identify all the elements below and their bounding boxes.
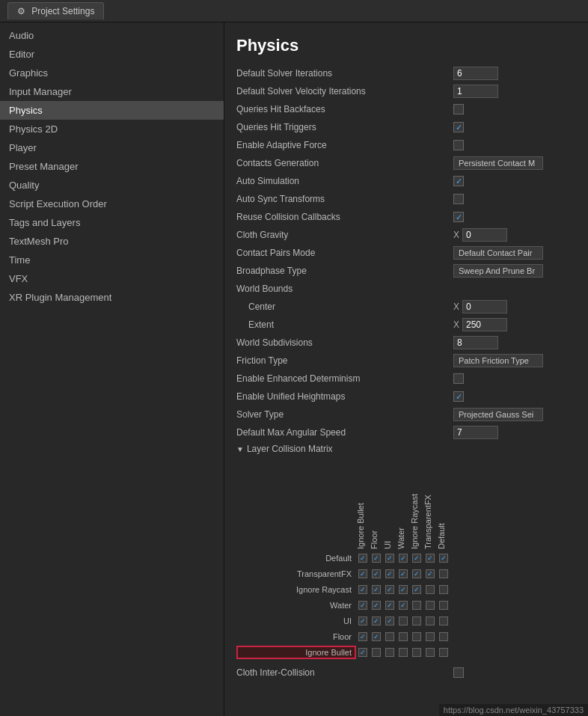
matrix-cell-6-6[interactable] xyxy=(437,646,450,659)
checkbox[interactable] xyxy=(358,569,367,578)
matrix-cell-6-3[interactable] xyxy=(396,646,410,659)
matrix-cell-0-4[interactable] xyxy=(410,551,423,565)
matrix-cell-6-1[interactable] xyxy=(370,646,383,659)
checkbox[interactable] xyxy=(385,648,394,657)
matrix-cell-3-6[interactable] xyxy=(437,599,450,612)
checkbox[interactable] xyxy=(412,616,421,625)
checkbox[interactable] xyxy=(453,176,464,186)
sidebar-item-physics[interactable]: Physics xyxy=(0,101,224,120)
checkbox[interactable] xyxy=(439,648,448,657)
checkbox[interactable] xyxy=(439,616,448,625)
matrix-cell-4-3[interactable] xyxy=(396,614,410,628)
matrix-cell-6-0[interactable] xyxy=(356,646,370,659)
checkbox[interactable] xyxy=(412,585,421,594)
checkbox[interactable] xyxy=(385,585,394,594)
checkbox[interactable] xyxy=(412,601,421,610)
matrix-cell-2-5[interactable] xyxy=(423,583,437,596)
matrix-cell-2-3[interactable] xyxy=(396,583,410,596)
matrix-cell-4-4[interactable] xyxy=(410,614,423,628)
matrix-cell-2-2[interactable] xyxy=(383,583,396,596)
checkbox[interactable] xyxy=(453,391,464,402)
checkbox[interactable] xyxy=(385,569,394,578)
checkbox[interactable] xyxy=(439,554,448,563)
checkbox[interactable] xyxy=(453,104,464,114)
dropdown-friction-type[interactable]: Patch Friction Type xyxy=(453,354,543,367)
checkbox[interactable] xyxy=(372,554,381,563)
checkbox[interactable] xyxy=(399,616,408,625)
matrix-cell-1-5[interactable] xyxy=(423,567,437,581)
matrix-cell-1-6[interactable] xyxy=(437,567,450,581)
dropdown-broadphase-type[interactable]: Sweep And Prune Br xyxy=(453,264,543,278)
matrix-cell-2-0[interactable] xyxy=(356,583,370,596)
matrix-cell-2-4[interactable] xyxy=(410,583,423,596)
checkbox[interactable] xyxy=(439,632,448,641)
sidebar-item-textmesh-pro[interactable]: TextMesh Pro xyxy=(0,232,224,251)
checkbox[interactable] xyxy=(399,554,408,563)
vector-input-world-bounds-center[interactable] xyxy=(462,300,507,313)
matrix-cell-1-1[interactable] xyxy=(370,567,383,581)
checkbox[interactable] xyxy=(358,601,367,610)
number-input-default-solver-velocity-iterations[interactable] xyxy=(453,85,498,98)
matrix-cell-1-2[interactable] xyxy=(383,567,396,581)
checkbox[interactable] xyxy=(453,140,464,150)
sidebar-item-script-execution-order[interactable]: Script Execution Order xyxy=(0,195,224,213)
checkbox[interactable] xyxy=(399,585,408,594)
checkbox[interactable] xyxy=(426,569,435,578)
sidebar-item-physics-2d[interactable]: Physics 2D xyxy=(0,120,224,138)
matrix-cell-3-4[interactable] xyxy=(410,599,423,612)
checkbox[interactable] xyxy=(372,569,381,578)
checkbox[interactable] xyxy=(439,569,448,578)
checkbox[interactable] xyxy=(412,632,421,641)
checkbox[interactable] xyxy=(372,616,381,625)
sidebar-item-preset-manager[interactable]: Preset Manager xyxy=(0,157,224,176)
checkbox[interactable] xyxy=(412,554,421,563)
sidebar-item-time[interactable]: Time xyxy=(0,251,224,269)
checkbox[interactable] xyxy=(453,667,464,678)
checkbox[interactable] xyxy=(358,554,367,563)
checkbox[interactable] xyxy=(385,601,394,610)
checkbox[interactable] xyxy=(358,585,367,594)
matrix-cell-0-2[interactable] xyxy=(383,551,396,565)
sidebar-item-tags-and-layers[interactable]: Tags and Layers xyxy=(0,213,224,232)
matrix-cell-5-0[interactable] xyxy=(356,630,370,643)
matrix-cell-0-3[interactable] xyxy=(396,551,410,565)
matrix-cell-2-1[interactable] xyxy=(370,583,383,596)
checkbox[interactable] xyxy=(372,648,381,657)
checkbox[interactable] xyxy=(372,632,381,641)
checkbox[interactable] xyxy=(412,569,421,578)
checkbox[interactable] xyxy=(385,632,394,641)
sidebar-item-audio[interactable]: Audio xyxy=(0,26,224,45)
matrix-cell-4-1[interactable] xyxy=(370,614,383,628)
number-input-world-subdivisions[interactable] xyxy=(453,336,498,349)
sidebar-item-player[interactable]: Player xyxy=(0,138,224,157)
matrix-cell-4-5[interactable] xyxy=(423,614,437,628)
checkbox[interactable] xyxy=(426,648,435,657)
checkbox[interactable] xyxy=(439,585,448,594)
matrix-cell-6-5[interactable] xyxy=(423,646,437,659)
matrix-cell-4-0[interactable] xyxy=(356,614,370,628)
matrix-cell-3-0[interactable] xyxy=(356,599,370,612)
matrix-cell-2-6[interactable] xyxy=(437,583,450,596)
checkbox[interactable] xyxy=(426,632,435,641)
checkbox[interactable] xyxy=(399,632,408,641)
checkbox[interactable] xyxy=(453,194,464,204)
matrix-cell-5-3[interactable] xyxy=(396,630,410,643)
vector-input-world-bounds-extent[interactable] xyxy=(462,318,507,331)
checkbox[interactable] xyxy=(439,601,448,610)
checkbox[interactable] xyxy=(358,648,367,657)
matrix-cell-6-2[interactable] xyxy=(383,646,396,659)
vector-input-cloth-gravity[interactable] xyxy=(462,228,507,242)
dropdown-contact-pairs-mode[interactable]: Default Contact Pair xyxy=(453,246,543,260)
matrix-cell-5-2[interactable] xyxy=(383,630,396,643)
checkbox[interactable] xyxy=(372,601,381,610)
matrix-cell-1-4[interactable] xyxy=(410,567,423,581)
dropdown-contacts-generation[interactable]: Persistent Contact M xyxy=(453,156,543,170)
matrix-cell-4-6[interactable] xyxy=(437,614,450,628)
number-input-default-max-angular-speed[interactable] xyxy=(453,426,498,439)
checkbox[interactable] xyxy=(399,569,408,578)
checkbox[interactable] xyxy=(453,212,464,222)
checkbox[interactable] xyxy=(453,373,464,384)
checkbox[interactable] xyxy=(385,554,394,563)
checkbox[interactable] xyxy=(372,585,381,594)
checkbox[interactable] xyxy=(358,632,367,641)
